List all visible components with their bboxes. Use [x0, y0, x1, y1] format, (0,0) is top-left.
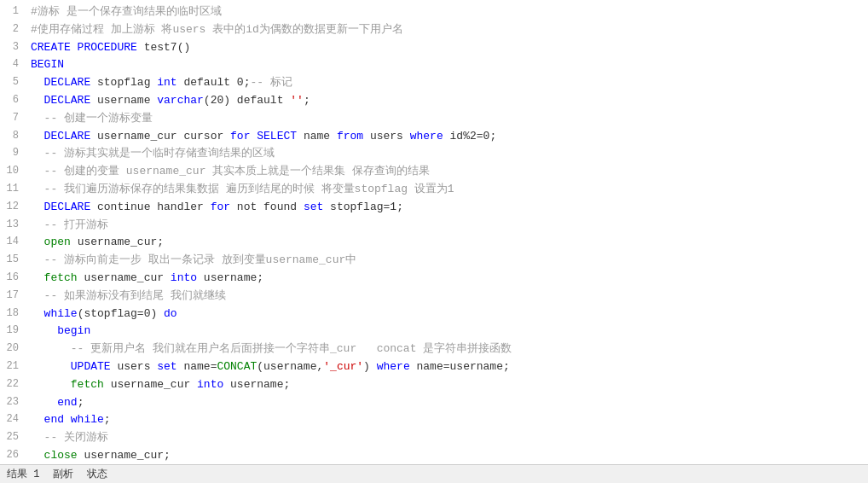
table-row: 16 fetch username_cur into username; [0, 270, 868, 288]
table-row: 14 open username_cur; [0, 234, 868, 252]
table-row: 22 fetch username_cur into username; [0, 376, 868, 394]
line-number: 1 [0, 3, 26, 21]
table-row: 8 DECLARE username_cur cursor for SELECT… [0, 128, 868, 146]
line-number: 15 [0, 252, 26, 270]
line-number: 8 [0, 128, 26, 146]
line-content: open username_cur; [26, 234, 868, 252]
line-number: 17 [0, 288, 26, 306]
table-row: 5 DECLARE stopflag int default 0;-- 标记 [0, 74, 868, 92]
line-number: 6 [0, 92, 26, 110]
line-number: 22 [0, 376, 26, 394]
line-content: -- 游标其实就是一个临时存储查询结果的区域 [26, 145, 868, 163]
table-row: 20 -- 更新用户名 我们就在用户名后面拼接一个字符串_cur concat … [0, 340, 868, 358]
table-row: 23 end; [0, 394, 868, 412]
table-row: 6 DECLARE username varchar(20) default '… [0, 92, 868, 110]
line-number: 21 [0, 358, 26, 376]
line-number: 20 [0, 340, 26, 358]
line-content: DECLARE stopflag int default 0;-- 标记 [26, 74, 868, 92]
line-content: begin [26, 323, 868, 340]
table-row: 24 end while; [0, 411, 868, 429]
line-content: -- 关闭游标 [26, 429, 868, 447]
table-row: 11 -- 我们遍历游标保存的结果集数据 遍历到结尾的时候 将变量stopfla… [0, 181, 868, 199]
line-content: -- 更新用户名 我们就在用户名后面拼接一个字符串_cur concat 是字符… [26, 340, 868, 358]
line-number: 25 [0, 429, 26, 447]
table-row: 19 begin [0, 323, 868, 340]
line-content: -- 我们遍历游标保存的结果集数据 遍历到结尾的时候 将变量stopflag 设… [26, 181, 868, 199]
line-content: fetch username_cur into username; [26, 270, 868, 288]
line-number: 9 [0, 145, 26, 163]
line-content: UPDATE users set name=CONCAT(username,'_… [26, 358, 868, 376]
line-content: CREATE PROCEDURE test7() [26, 39, 868, 57]
table-row: 1#游标 是一个保存查询结果的临时区域 [0, 3, 868, 21]
line-content: -- 游标向前走一步 取出一条记录 放到变量username_cur中 [26, 252, 868, 270]
table-row: 15 -- 游标向前走一步 取出一条记录 放到变量username_cur中 [0, 252, 868, 270]
table-row: 13 -- 打开游标 [0, 217, 868, 235]
status-bar: 结果 1 副析 状态 [0, 464, 868, 483]
line-content: close username_cur; [26, 447, 868, 464]
line-content: -- 如果游标没有到结尾 我们就继续 [26, 288, 868, 306]
table-row: 12 DECLARE continue handler for not foun… [0, 199, 868, 217]
line-content: while(stopflag=0) do [26, 306, 868, 323]
table-row: 26 close username_cur; [0, 447, 868, 464]
line-number: 24 [0, 411, 26, 429]
table-row: 3CREATE PROCEDURE test7() [0, 39, 868, 57]
line-content: BEGIN [26, 56, 868, 74]
line-number: 19 [0, 323, 26, 340]
line-content: #使用存储过程 加上游标 将users 表中的id为偶数的数据更新一下用户名 [26, 21, 868, 39]
line-content: end while; [26, 411, 868, 429]
line-number: 3 [0, 39, 26, 57]
line-content: end; [26, 394, 868, 412]
code-table: 1#游标 是一个保存查询结果的临时区域2#使用存储过程 加上游标 将users … [0, 3, 868, 464]
line-content: -- 打开游标 [26, 217, 868, 235]
line-content: -- 创建的变量 username_cur 其实本质上就是一个结果集 保存查询的… [26, 163, 868, 181]
table-row: 2#使用存储过程 加上游标 将users 表中的id为偶数的数据更新一下用户名 [0, 21, 868, 39]
line-content: fetch username_cur into username; [26, 376, 868, 394]
line-number: 11 [0, 181, 26, 199]
table-row: 17 -- 如果游标没有到结尾 我们就继续 [0, 288, 868, 306]
line-number: 2 [0, 21, 26, 39]
line-content: #游标 是一个保存查询结果的临时区域 [26, 3, 868, 21]
status-item-parse: 副析 [53, 467, 73, 481]
line-number: 7 [0, 110, 26, 128]
table-row: 25 -- 关闭游标 [0, 429, 868, 447]
line-number: 4 [0, 56, 26, 74]
line-number: 12 [0, 199, 26, 217]
line-content: -- 创建一个游标变量 [26, 110, 868, 128]
line-number: 26 [0, 447, 26, 464]
status-item-state: 状态 [87, 467, 107, 481]
table-row: 7 -- 创建一个游标变量 [0, 110, 868, 128]
status-item-result: 结果 1 [7, 467, 39, 481]
line-number: 23 [0, 394, 26, 412]
line-number: 18 [0, 306, 26, 323]
table-row: 9 -- 游标其实就是一个临时存储查询结果的区域 [0, 145, 868, 163]
table-row: 18 while(stopflag=0) do [0, 306, 868, 323]
line-number: 14 [0, 234, 26, 252]
editor-area: 1#游标 是一个保存查询结果的临时区域2#使用存储过程 加上游标 将users … [0, 0, 868, 464]
line-content: DECLARE username_cur cursor for SELECT n… [26, 128, 868, 146]
line-number: 10 [0, 163, 26, 181]
table-row: 4BEGIN [0, 56, 868, 74]
line-number: 13 [0, 217, 26, 235]
line-content: DECLARE username varchar(20) default ''; [26, 92, 868, 110]
line-number: 16 [0, 270, 26, 288]
line-content: DECLARE continue handler for not found s… [26, 199, 868, 217]
line-number: 5 [0, 74, 26, 92]
table-row: 21 UPDATE users set name=CONCAT(username… [0, 358, 868, 376]
table-row: 10 -- 创建的变量 username_cur 其实本质上就是一个结果集 保存… [0, 163, 868, 181]
